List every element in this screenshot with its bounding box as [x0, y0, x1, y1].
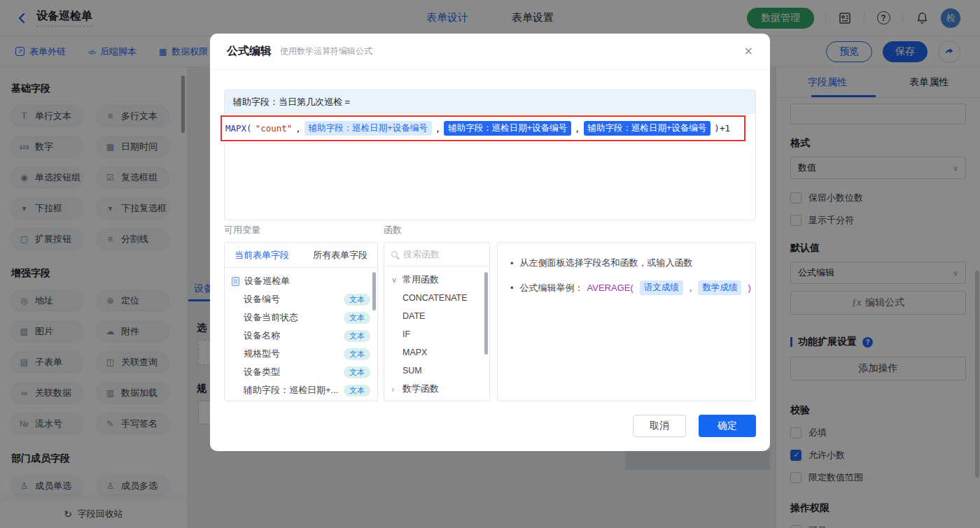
chevron-down-icon [391, 276, 398, 285]
variable-row[interactable]: 辅助字段：巡检日期+...文本 [225, 381, 377, 399]
function-group-label: 文本函数 [402, 401, 439, 401]
type-badge: 文本 [344, 366, 370, 378]
function-name: IF [402, 329, 410, 339]
tab-all-form-fields[interactable]: 所有表单字段 [313, 249, 368, 262]
functions-panel: 常用函数 CONCATENATE DATE IF MAPX SUM 数学函数 文… [384, 242, 490, 401]
function-item[interactable]: MAPX [384, 343, 489, 362]
formula-assign-label: 辅助字段：当日第几次巡检 = [225, 90, 755, 114]
help-line: 从左侧面板选择字段名和函数，或输入函数 [510, 257, 743, 269]
formula-string-token: "count" [255, 123, 293, 134]
variable-name: 设备类型 [244, 366, 280, 378]
function-search [384, 243, 489, 266]
function-name: MAPX [402, 348, 427, 357]
function-group-row[interactable]: 数学函数 [384, 380, 489, 398]
variables-scrollbar[interactable] [372, 272, 376, 311]
variable-name: 辅助字段：巡检日期+... [244, 384, 338, 397]
type-badge: 文本 [344, 294, 370, 306]
variable-root-label: 设备巡检单 [244, 275, 290, 287]
function-item[interactable]: SUM [384, 362, 489, 380]
close-icon[interactable]: ✕ [744, 46, 753, 57]
type-badge: 文本 [344, 385, 370, 397]
function-group-row[interactable]: 常用函数 [384, 271, 489, 289]
example-field-chip: 语文成绩 [640, 280, 683, 295]
formula-highlight-annotation: MAPX( "count" , 辅助字段：巡检日期+设备编号 , 辅助字段：巡检… [220, 115, 746, 141]
type-badge: 文本 [344, 330, 370, 342]
form-document-icon [232, 277, 239, 286]
function-name: DATE [402, 311, 425, 321]
help-text: 公式编辑举例： [520, 282, 584, 294]
formula-editor-area[interactable]: 辅助字段：当日第几次巡检 = [224, 90, 756, 220]
example-close-paren: ) [748, 283, 750, 293]
type-badge: 文本 [344, 348, 370, 360]
variables-label: 可用变量 [224, 224, 260, 236]
formula-tail-token: )+1 [714, 123, 730, 134]
variable-name: 规格型号 [244, 348, 280, 360]
chevron-right-icon [391, 384, 398, 394]
variable-row[interactable]: 设备编号文本 [225, 290, 377, 308]
function-group-label: 数学函数 [402, 383, 439, 395]
function-name: CONCATENATE [402, 293, 468, 303]
variable-name: 设备编号 [244, 293, 280, 306]
function-item[interactable]: CONCATENATE [384, 289, 489, 307]
help-text: 从左侧面板选择字段名和函数，或输入函数 [520, 257, 693, 269]
search-icon [391, 251, 398, 257]
example-field-chip: 数学成绩 [698, 280, 741, 295]
variable-row[interactable]: 规格型号文本 [225, 345, 377, 363]
formula-help-panel: 从左侧面板选择字段名和函数，或输入函数 公式编辑举例： AVERAGE( 语文成… [497, 242, 756, 401]
variables-panel: 当前表单字段 所有表单字段 设备巡检单 设备编号文本 设备当前状态文本 设备名称… [224, 242, 378, 401]
variable-row[interactable]: 设备类型文本 [225, 363, 377, 381]
formula-field-chip-selected[interactable]: 辅助字段：巡检日期+设备编号 [584, 121, 711, 136]
function-item[interactable]: DATE [384, 307, 489, 325]
formula-field-chip[interactable]: 辅助字段：巡检日期+设备编号 [304, 121, 432, 136]
formula-function-token: MAPX( [225, 123, 252, 134]
confirm-button[interactable]: 确定 [699, 415, 756, 437]
example-comma: , [690, 283, 692, 293]
function-group-row[interactable]: 文本函数 [384, 398, 489, 401]
cancel-button[interactable]: 取消 [633, 415, 686, 437]
function-name: SUM [402, 366, 422, 376]
example-function-token: AVERAGE( [587, 283, 634, 293]
function-search-input[interactable] [403, 249, 482, 259]
formula-editor-modal: 公式编辑 使用数学运算符编辑公式 ✕ 辅助字段：当日第几次巡检 = MAPX( … [210, 34, 770, 451]
formula-comma: , [435, 123, 441, 134]
variable-root-row[interactable]: 设备巡检单 [225, 272, 377, 290]
variable-name: 设备当前状态 [244, 311, 298, 324]
formula-field-chip-selected[interactable]: 辅助字段：巡检日期+设备编号 [444, 121, 571, 136]
functions-label: 函数 [384, 224, 402, 236]
modal-subtitle: 使用数学运算符编辑公式 [280, 45, 372, 57]
functions-scrollbar[interactable] [484, 272, 488, 355]
formula-comma: , [295, 123, 301, 134]
function-group-label: 常用函数 [402, 273, 439, 286]
formula-comma: , [575, 123, 580, 134]
help-line: 公式编辑举例： AVERAGE( 语文成绩 , 数学成绩 ) [510, 280, 743, 295]
modal-title: 公式编辑 [227, 44, 272, 59]
variable-row[interactable]: 设备当前状态文本 [225, 308, 377, 327]
tab-current-form-fields[interactable]: 当前表单字段 [234, 249, 289, 262]
type-badge: 文本 [344, 312, 370, 324]
variable-name: 设备名称 [244, 329, 280, 342]
function-item[interactable]: IF [384, 325, 489, 343]
variable-row[interactable]: 设备名称文本 [225, 327, 377, 345]
